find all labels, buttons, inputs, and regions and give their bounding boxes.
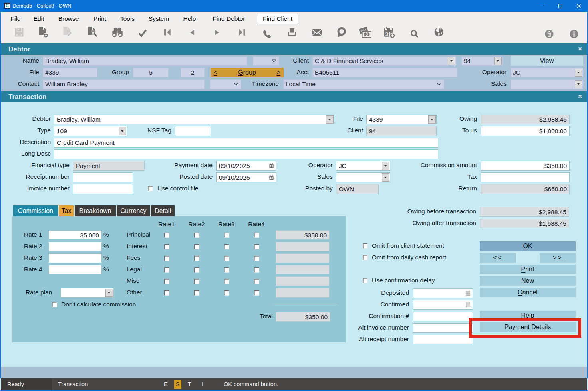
interest-rate2-checkbox[interactable] [194, 244, 199, 249]
sales-combo[interactable] [511, 79, 583, 89]
timezone-combo[interactable]: Local Time [283, 79, 444, 89]
find-button[interactable] [111, 27, 123, 39]
rate1-field[interactable]: 35.000 [48, 230, 102, 240]
menu-find-debtor[interactable]: Find Debtor [205, 12, 253, 25]
confirmed-field[interactable] [413, 300, 473, 310]
previous-button[interactable]: << [480, 253, 516, 263]
print-button[interactable] [285, 27, 297, 39]
dropdown-button-icon[interactable] [105, 289, 113, 297]
previous-record-button[interactable] [186, 27, 198, 39]
tab-detail[interactable]: Detail [151, 205, 175, 216]
principal-rate3-checkbox[interactable] [224, 233, 229, 238]
long-desc-field[interactable] [54, 149, 438, 159]
rate2-field[interactable] [48, 242, 102, 251]
next-record-button[interactable] [211, 27, 223, 39]
email-button[interactable] [311, 27, 323, 39]
dropdown-button-icon[interactable] [119, 127, 126, 135]
menu-system[interactable]: System [143, 12, 174, 25]
fees-rate2-checkbox[interactable] [194, 256, 199, 261]
misc-rate4-checkbox[interactable] [254, 279, 259, 284]
operator-combo[interactable]: JC [511, 68, 583, 77]
operator-combo[interactable]: JC [336, 161, 390, 171]
ok-button[interactable]: OK [480, 241, 576, 251]
other-rate4-checkbox[interactable] [254, 290, 259, 296]
close-button[interactable] [570, 0, 588, 12]
cancel-button[interactable]: Cancel [480, 288, 576, 297]
dropdown-button-icon[interactable] [382, 173, 389, 182]
group-nav-label[interactable]: Group [238, 69, 256, 76]
other-rate2-checkbox[interactable] [194, 290, 199, 296]
dropdown-button-icon[interactable] [494, 57, 502, 65]
alt-receipt-field[interactable] [413, 335, 473, 344]
principal-rate4-checkbox[interactable] [254, 233, 259, 238]
interest-rate4-checkbox[interactable] [254, 244, 259, 249]
legal-rate4-checkbox[interactable] [254, 267, 259, 273]
misc-rate3-checkbox[interactable] [224, 279, 229, 284]
credit-card-button[interactable]: VISA [359, 27, 371, 39]
principal-rate2-checkbox[interactable] [194, 233, 199, 238]
new-record-button[interactable] [38, 27, 50, 39]
print-button-panel[interactable]: Print [480, 265, 576, 274]
alt-invoice-field[interactable] [413, 323, 473, 333]
client-combo[interactable]: C & D Financial Services [312, 56, 456, 66]
omit-daily-cash-checkbox[interactable] [363, 255, 368, 260]
to-us-field[interactable]: $1,000.00 [481, 126, 570, 136]
sales-combo[interactable] [336, 172, 390, 182]
first-record-button[interactable] [162, 27, 174, 39]
next-button[interactable]: >> [540, 253, 576, 263]
dropdown-button-icon[interactable] [575, 69, 582, 77]
tax-field[interactable] [481, 172, 570, 182]
menu-help[interactable]: Help [179, 12, 201, 25]
last-record-button[interactable] [236, 27, 248, 39]
info-button[interactable] [568, 27, 580, 39]
debtor-close-icon[interactable]: ✕ [578, 43, 582, 55]
calendar-icon[interactable] [465, 302, 471, 307]
delete-button[interactable] [543, 27, 555, 39]
acct-field[interactable]: B405511 [312, 68, 457, 77]
dropdown-button-icon[interactable] [575, 80, 582, 88]
posted-date-field[interactable]: 09/10/2025 10 [216, 172, 276, 182]
receipt-number-field[interactable] [73, 172, 133, 182]
group-prev-label[interactable]: < [214, 68, 217, 77]
commission-amount-field[interactable]: $350.00 [481, 161, 570, 171]
debtor-combo[interactable]: Bradley, William [54, 115, 334, 124]
tab-commission[interactable]: Commission [13, 205, 58, 216]
preview-button[interactable] [87, 27, 99, 39]
misc-rate1-checkbox[interactable] [164, 279, 169, 284]
rate4-field[interactable] [48, 265, 102, 274]
legal-rate3-checkbox[interactable] [224, 267, 229, 273]
transaction-close-icon[interactable]: ✕ [578, 91, 582, 102]
description-field[interactable]: Credit Card Payment [54, 138, 438, 148]
letter-button[interactable] [335, 27, 347, 39]
rate3-field[interactable] [48, 253, 102, 263]
schedule-button[interactable]: 31 [383, 26, 395, 39]
interest-rate3-checkbox[interactable] [224, 244, 229, 249]
other-rate3-checkbox[interactable] [224, 290, 229, 296]
invoice-number-field[interactable] [73, 184, 133, 194]
calendar-icon[interactable]: 10 [269, 163, 274, 168]
menu-tools[interactable]: Tools [116, 12, 139, 25]
maximize-button[interactable] [551, 0, 570, 12]
menu-file[interactable]: File [6, 12, 25, 25]
legal-rate1-checkbox[interactable] [164, 267, 169, 273]
new-button[interactable]: New [480, 276, 576, 286]
group-level-field[interactable]: 5 [133, 68, 169, 77]
menu-print[interactable]: Print [88, 12, 111, 25]
rate-plan-combo[interactable] [60, 288, 114, 298]
other-rate1-checkbox[interactable] [164, 290, 169, 296]
client-number-combo[interactable]: 94 [461, 56, 503, 66]
use-control-file-checkbox[interactable] [148, 186, 153, 191]
dropdown-button-icon[interactable] [326, 115, 334, 124]
confirmation-number-field[interactable] [413, 312, 473, 321]
minimize-button[interactable] [533, 0, 551, 12]
dont-calculate-commission-checkbox[interactable] [52, 302, 57, 307]
type-combo[interactable]: 109 [54, 126, 127, 136]
file-combo[interactable]: 4339 [366, 115, 437, 124]
dropdown-button-icon[interactable] [382, 162, 389, 170]
menu-edit[interactable]: Edit [30, 12, 48, 25]
search-button[interactable] [408, 27, 420, 39]
confirmation-delay-checkbox[interactable] [363, 278, 368, 283]
legal-rate2-checkbox[interactable] [194, 267, 199, 273]
tab-currency[interactable]: Currency [117, 205, 150, 216]
principal-rate1-checkbox[interactable] [164, 233, 169, 238]
